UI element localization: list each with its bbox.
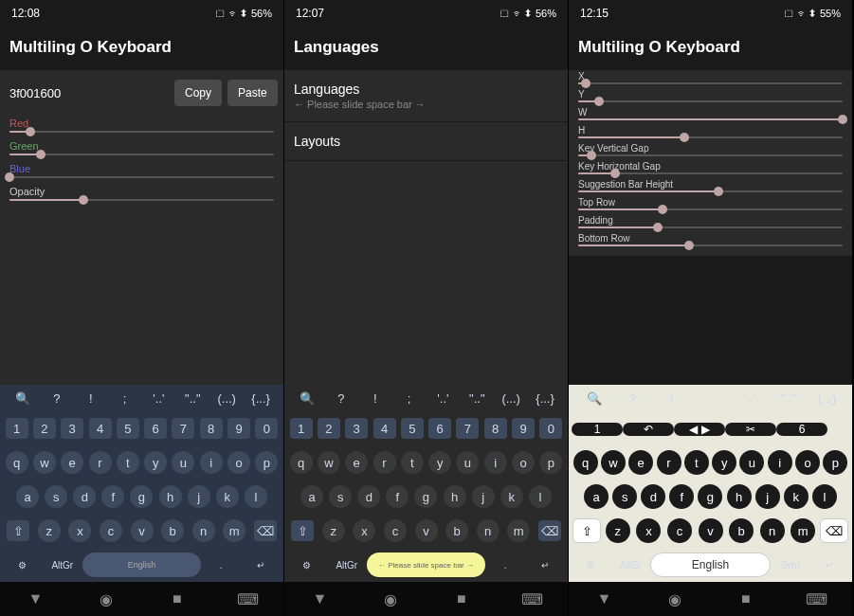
keyboard[interactable]: 🔍?!;'..'".."(...){...}1234567890qwertyui… <box>0 385 283 582</box>
letter-key[interactable]: a <box>298 485 326 508</box>
suggestion-key[interactable]: {...} <box>244 391 278 406</box>
letter-key[interactable]: s <box>42 485 70 508</box>
back-icon[interactable]: ▼ <box>27 590 44 607</box>
spacebar[interactable]: ← Please slide space bar → <box>367 553 486 577</box>
number-key[interactable]: 5 <box>398 418 426 439</box>
keyboard[interactable]: 🔍?!;'..'".."(...)1↶◀ ▶✂6 qwertyuiopasdfg… <box>569 385 852 582</box>
recent-icon[interactable]: ■ <box>169 590 186 607</box>
slider-y[interactable]: Y <box>569 88 852 106</box>
altgr-key[interactable]: AltGr <box>611 560 651 571</box>
spacebar[interactable]: English <box>650 553 771 577</box>
letter-key[interactable]: n <box>188 519 219 542</box>
suggestion-key[interactable]: ! <box>358 391 392 406</box>
number-key[interactable]: 4 <box>86 418 114 439</box>
suggestion-key[interactable]: ; <box>691 391 730 406</box>
letter-key[interactable]: q <box>572 450 599 475</box>
suggestion-key[interactable]: '..' <box>142 391 176 406</box>
letter-key[interactable]: m <box>503 519 535 542</box>
spacebar[interactable]: English <box>82 553 202 577</box>
keyboard[interactable]: 🔍?!;'..'".."(...){...}1234567890qwertyui… <box>284 385 568 582</box>
letter-key[interactable]: t <box>682 450 710 475</box>
letter-key[interactable]: e <box>627 450 655 475</box>
letter-key[interactable]: l <box>810 484 839 509</box>
slider-key-horizontal-gap[interactable]: Key Horizontal Gap <box>569 160 852 178</box>
letter-key[interactable]: b <box>157 519 189 542</box>
letter-key[interactable]: z <box>603 518 634 543</box>
altgr-key[interactable]: AltGr <box>327 560 367 571</box>
number-key[interactable]: 4 <box>371 418 398 439</box>
number-key[interactable]: 9 <box>509 418 536 439</box>
letter-key[interactable]: x <box>349 519 380 542</box>
letter-key[interactable]: x <box>64 519 96 542</box>
number-key[interactable]: 2 <box>30 418 58 439</box>
list-item[interactable]: Languages ← Please slide space bar → <box>284 70 568 122</box>
letter-key[interactable]: a <box>13 485 42 508</box>
letter-key[interactable]: e <box>59 451 86 474</box>
number-key[interactable]: 2 <box>315 418 342 439</box>
letter-key[interactable]: i <box>766 450 793 475</box>
number-key[interactable]: 8 <box>197 418 225 439</box>
home-icon[interactable]: ◉ <box>382 590 399 607</box>
slider-green[interactable]: Green <box>0 138 283 161</box>
letter-key[interactable]: u <box>454 451 482 474</box>
paste-button[interactable]: Paste <box>227 80 278 106</box>
letter-key[interactable]: o <box>793 450 821 475</box>
backspace-key[interactable]: ⌫ <box>250 520 282 541</box>
letter-key[interactable]: n <box>472 519 503 542</box>
letter-key[interactable]: w <box>30 451 58 474</box>
ime-icon[interactable]: ⌨ <box>524 590 541 607</box>
letter-key[interactable]: z <box>318 519 350 542</box>
settings-key[interactable]: ⚙ <box>3 560 43 571</box>
letter-key[interactable]: g <box>127 485 155 508</box>
number-key[interactable]: 0 <box>253 418 281 439</box>
top-key[interactable]: 6 <box>776 422 827 436</box>
letter-key[interactable]: a <box>582 484 610 509</box>
shift-key[interactable]: ⇧ <box>287 520 318 541</box>
letter-key[interactable]: k <box>782 484 810 509</box>
hex-input[interactable] <box>9 86 169 100</box>
letter-key[interactable]: i <box>197 451 225 474</box>
suggestion-key[interactable]: ; <box>392 391 427 406</box>
top-key[interactable]: 1 <box>572 422 623 436</box>
number-key[interactable]: 7 <box>454 418 482 439</box>
letter-key[interactable]: t <box>114 451 141 474</box>
suggestion-key[interactable]: (...) <box>209 391 244 406</box>
suggestion-key[interactable]: ? <box>324 391 358 406</box>
slider-x[interactable]: X <box>569 70 852 88</box>
letter-key[interactable]: v <box>126 519 157 542</box>
letter-key[interactable]: c <box>380 519 411 542</box>
suggestion-key[interactable]: {...} <box>528 391 562 406</box>
enter-key[interactable]: ↵ <box>809 560 849 571</box>
letter-key[interactable]: h <box>725 484 754 509</box>
letter-key[interactable]: h <box>441 485 469 508</box>
slider-blue[interactable]: Blue <box>0 161 283 184</box>
list-item[interactable]: Layouts <box>284 122 568 161</box>
letter-key[interactable]: m <box>788 518 819 543</box>
settings-key[interactable]: ⚙ <box>287 560 327 571</box>
top-key[interactable] <box>827 422 854 436</box>
number-key[interactable]: 6 <box>141 418 169 439</box>
slider-red[interactable]: Red <box>0 116 283 138</box>
letter-key[interactable]: e <box>343 451 371 474</box>
backspace-key[interactable]: ⌫ <box>819 518 850 543</box>
letter-key[interactable]: y <box>426 451 453 474</box>
letter-key[interactable]: r <box>371 451 398 474</box>
letter-key[interactable]: z <box>34 519 65 542</box>
top-key[interactable]: ✂ <box>725 422 776 436</box>
letter-key[interactable]: b <box>726 518 757 543</box>
letter-key[interactable]: w <box>599 450 627 475</box>
suggestion-row[interactable]: 🔍?!;'..'".."(...){...} <box>284 385 568 411</box>
suggestion-key[interactable]: ; <box>108 391 142 406</box>
letter-key[interactable]: q <box>287 451 315 474</box>
ime-icon[interactable]: ⌨ <box>240 590 257 607</box>
number-key[interactable]: 9 <box>225 418 252 439</box>
suggestion-key[interactable]: ".." <box>460 391 494 406</box>
backspace-key[interactable]: ⌫ <box>535 520 566 541</box>
slider-suggestion-bar-height[interactable]: Suggestion Bar Height <box>569 178 852 196</box>
letter-key[interactable]: k <box>213 485 242 508</box>
letter-key[interactable]: h <box>156 485 185 508</box>
letter-key[interactable]: u <box>170 451 197 474</box>
recent-icon[interactable]: ■ <box>737 590 754 607</box>
letter-key[interactable]: v <box>410 519 442 542</box>
letter-key[interactable]: v <box>695 518 726 543</box>
